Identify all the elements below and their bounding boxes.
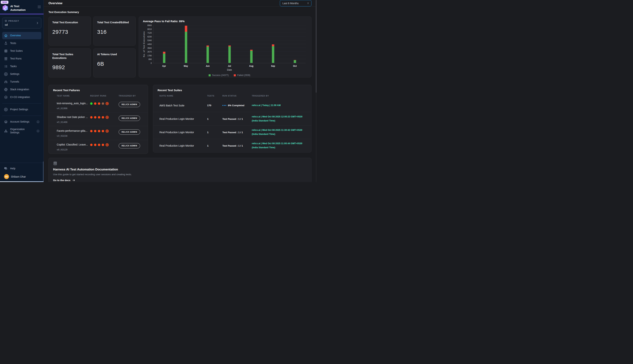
bar-may xyxy=(185,25,187,63)
run-dot-failed xyxy=(94,116,96,118)
suite-triggered-by: relicx.ai | Wed Oct 08 2025 11:00:44 GMT… xyxy=(252,142,307,150)
table-row[interactable]: Facets-performance-gitla... v3 | 63238 R… xyxy=(49,126,148,140)
chart-xlabels: AprMayJunJulAugSepOct xyxy=(153,63,306,67)
sidebar-item-help[interactable]: ? Help xyxy=(2,165,41,172)
run-dot-failed xyxy=(98,116,100,118)
page-scrollbar-thumb[interactable] xyxy=(316,0,316,93)
apps-grid-icon[interactable] xyxy=(38,5,41,8)
suite-triggered-by: relicx.ai | Today | 11:00 AM xyxy=(252,104,307,108)
test-name[interactable]: Facets-performance-gitla... xyxy=(57,129,90,132)
chevron-up-down-icon xyxy=(307,2,309,4)
tunnel-icon xyxy=(4,80,8,84)
sidebar-item-overview[interactable]: Overview xyxy=(2,32,41,39)
x-tick-label: Aug xyxy=(240,63,262,67)
home-icon xyxy=(4,34,8,38)
sidebar-item-cicd-integration[interactable]: CI-CD integration xyxy=(2,94,41,101)
run-dot-latest-failed xyxy=(106,130,109,133)
flask-icon xyxy=(4,42,8,45)
table-row[interactable]: Real Production Login Monitor 1 Test Pas… xyxy=(153,126,311,139)
run-status: Test Passed : 1 / 1 xyxy=(222,131,252,134)
run-dot-failed xyxy=(102,130,104,132)
sidebar-item-settings[interactable]: Settings xyxy=(2,70,41,78)
suite-tests: 1 xyxy=(207,118,222,120)
recent-test-suites-panel: Recent Test Suites SUITE NAME TESTS RUN … xyxy=(153,85,311,152)
suite-triggered-by: relicx.ai | Wed Oct 08 2025 11:30:42 GMT… xyxy=(252,128,307,136)
sidebar-item-test-suites[interactable]: Test Suites xyxy=(2,47,41,55)
suite-tests: 1 xyxy=(207,131,222,134)
time-range-select[interactable]: Last 6 Months xyxy=(280,0,311,6)
sidebar-horizontal-scrollbar[interactable] xyxy=(0,181,44,182)
sidebar-item-slack-integration[interactable]: Slack integration xyxy=(2,86,41,93)
slack-icon xyxy=(4,88,8,91)
sidebar-bottom: ? Help SD Shibam Dhar xyxy=(0,163,44,182)
divider xyxy=(2,116,41,116)
columns-icon xyxy=(4,57,8,60)
go-to-docs-link[interactable]: Go to the docs xyxy=(53,179,75,182)
stat-value: 9892 xyxy=(52,64,87,70)
table-row[interactable]: Real Production Login Monitor 1 Test Pas… xyxy=(153,112,311,126)
new-badge: NEW xyxy=(1,1,9,4)
docs-description: Use this guide to get started recording … xyxy=(53,173,307,176)
test-name[interactable]: test-removing_auto_login... xyxy=(57,102,90,105)
sidebar-item-project-settings[interactable]: Project Settings xyxy=(2,106,41,113)
triggered-by-button[interactable]: RELICX ADMIN xyxy=(119,143,140,148)
suite-name[interactable]: AWS Batch Test Suite xyxy=(159,104,207,107)
test-name[interactable]: Shadow root Date picker ... xyxy=(57,116,90,118)
sidebar-item-tests[interactable]: Tests xyxy=(2,40,41,47)
run-dot-failed xyxy=(98,102,100,105)
table-row[interactable]: Shadow root Date picker ... v0 | 81466 R… xyxy=(49,112,148,126)
stat-card-total-test-created: Total Test Created/Edited 316 xyxy=(93,16,136,46)
y-tick-label: 8900 xyxy=(147,24,152,26)
page-title: Overview xyxy=(49,2,63,5)
infinity-hexagon-icon xyxy=(4,96,8,99)
suite-name[interactable]: Real Production Login Monitor xyxy=(159,131,207,134)
legend-item[interactable]: Success (24377) xyxy=(209,74,229,76)
page-scrollbar[interactable] xyxy=(316,0,316,182)
run-dot-stale xyxy=(102,102,104,105)
table-row[interactable]: test-removing_auto_login... v4 | 81996 R… xyxy=(49,99,148,112)
recent-runs xyxy=(90,143,119,146)
sidebar-item-tunnels[interactable]: Tunnels xyxy=(2,78,41,86)
user-menu[interactable]: SD Shibam Dhar xyxy=(2,172,41,179)
bar-apr xyxy=(163,25,165,63)
triggered-by-button[interactable]: RELICX ADMIN xyxy=(119,102,140,107)
y-axis-title: No. of Test Executions xyxy=(143,25,145,63)
run-dot-failed xyxy=(94,130,96,132)
sidebar-item-tasks[interactable]: Tasks xyxy=(2,63,41,70)
chevron-right-icon xyxy=(36,22,39,24)
info-icon[interactable] xyxy=(37,120,40,123)
brand-accent-divider xyxy=(0,14,44,14)
project-selector[interactable]: PROJECT sd xyxy=(2,18,41,28)
avatar: SD xyxy=(4,174,9,179)
test-name[interactable]: Copilot: Classified: Leave... xyxy=(57,143,90,146)
test-version-id: v0 | 81466 xyxy=(57,121,90,124)
table-row[interactable]: Real Production Login Monitor 1 Test Pas… xyxy=(153,139,311,152)
triggered-by-button[interactable]: RELICX ADMIN xyxy=(119,116,140,121)
sidebar-item-account-settings[interactable]: Account Settings xyxy=(2,118,41,126)
suite-tests: 1 xyxy=(207,144,222,147)
table-row[interactable]: Copilot: Classified: Leave... v6 | 63129… xyxy=(49,140,148,154)
stat-cards: Total Test Execution 29773 Total Test Cr… xyxy=(49,16,136,78)
stat-value: 29773 xyxy=(52,29,87,35)
triggered-by-button[interactable]: RELICX ADMIN xyxy=(119,129,140,135)
chart-legend: Success (24377)Failed (2939) xyxy=(153,74,306,76)
y-tick-label: 4450 xyxy=(147,43,152,45)
y-tick-label: 8010 xyxy=(147,28,152,30)
bar-oct xyxy=(294,25,296,63)
test-version-id: v3 | 63238 xyxy=(57,135,90,137)
sidebar-scrollbar-thumb[interactable] xyxy=(43,162,44,181)
table-row[interactable]: AWS Batch Test Suite 170 8% Completed re… xyxy=(153,99,311,112)
divider xyxy=(2,103,41,104)
info-icon[interactable] xyxy=(37,130,40,132)
sidebar-item-organization-settings[interactable]: Organization Settings xyxy=(2,126,41,136)
y-tick-label: 0 xyxy=(151,62,152,64)
run-dot-failed xyxy=(98,144,100,146)
sidebar-item-test-runs[interactable]: Test Runs xyxy=(2,55,41,62)
suite-name[interactable]: Real Production Login Monitor xyxy=(159,144,207,147)
chart-plot xyxy=(153,25,306,63)
legend-item[interactable]: Failed (2939) xyxy=(234,74,250,76)
test-version-id: v4 | 81996 xyxy=(57,107,90,110)
suite-name[interactable]: Real Production Login Monitor xyxy=(159,118,207,120)
arrow-right-icon xyxy=(72,179,75,182)
section-title: Test Execution Summary xyxy=(49,11,311,14)
